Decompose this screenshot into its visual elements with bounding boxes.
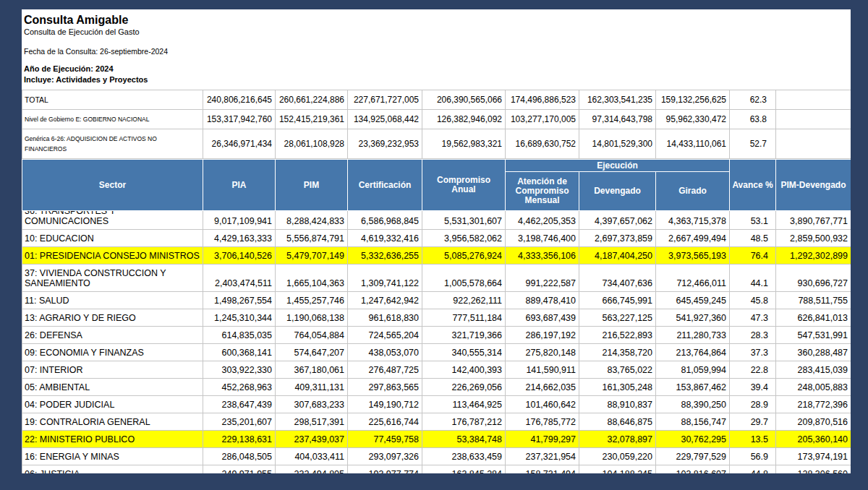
sector-value: 4,619,332,416 xyxy=(348,230,422,247)
sector-pim-devengado: 2,859,500,932 xyxy=(776,230,851,247)
sector-row[interactable]: 26: DEFENSA614,835,035764,054,884724,565… xyxy=(22,327,851,344)
sector-value: 3,973,565,193 xyxy=(656,247,730,265)
summary-value: 159,132,256,625 xyxy=(656,90,730,110)
sector-row[interactable]: 09: ECONOMIA Y FINANZAS600,368,141574,64… xyxy=(22,344,851,361)
sector-value: 307,683,233 xyxy=(276,396,348,413)
summary-value: 174,496,886,523 xyxy=(506,90,579,110)
sector-value: 4,429,163,333 xyxy=(203,230,276,247)
sector-row[interactable]: 01: PRESIDENCIA CONSEJO MINISTROS3,706,1… xyxy=(22,247,851,265)
sector-value: 4,363,715,378 xyxy=(656,211,730,230)
sector-name[interactable]: 07: INTERIOR xyxy=(22,361,203,379)
sector-name[interactable]: 36: TRANSPORTES Y COMUNICACIONES xyxy=(22,211,203,230)
sector-value: 5,556,874,791 xyxy=(276,230,348,247)
sector-value: 991,222,587 xyxy=(506,265,579,292)
sector-value: 922,262,111 xyxy=(422,292,506,309)
sector-value: 321,719,366 xyxy=(422,327,506,344)
sector-avance: 47.3 xyxy=(730,309,776,327)
sector-value: 113,464,925 xyxy=(422,396,506,413)
sector-name[interactable]: 16: ENERGIA Y MINAS xyxy=(22,448,203,465)
sector-name[interactable]: 37: VIVIENDA CONSTRUCCION Y SANEAMIENTO xyxy=(22,265,203,292)
sector-name[interactable]: 22: MINISTERIO PUBLICO xyxy=(22,431,203,448)
sector-value: 213,764,864 xyxy=(656,344,730,361)
sector-value: 724,565,204 xyxy=(348,327,422,344)
sector-row[interactable]: 19: CONTRALORIA GENERAL235,201,607298,51… xyxy=(22,413,851,431)
sector-name[interactable]: 09: ECONOMIA Y FINANZAS xyxy=(22,344,203,361)
sector-value: 712,466,011 xyxy=(656,265,730,292)
sector-value: 286,197,192 xyxy=(506,327,579,344)
sector-pim-devengado: 930,696,727 xyxy=(776,265,851,292)
sector-name[interactable]: 13: AGRARIO Y DE RIEGO xyxy=(22,309,203,327)
sector-value: 4,462,205,353 xyxy=(506,211,579,230)
sector-row[interactable]: 10: EDUCACION4,429,163,3335,556,874,7914… xyxy=(22,230,851,247)
sector-avance: 76.4 xyxy=(730,247,776,265)
sector-name[interactable]: 06: JUSTICIA xyxy=(22,465,203,474)
sector-name[interactable]: 04: PODER JUDICIAL xyxy=(22,396,203,413)
sector-value: 303,922,330 xyxy=(203,361,276,379)
summary-pim-devengado xyxy=(776,129,851,159)
summary-row: Genérica 6-26: ADQUISICION DE ACTIVOS NO… xyxy=(22,129,851,159)
summary-value: 134,925,068,442 xyxy=(348,110,422,129)
summary-row: Nivel de Gobierno E: GOBIERNO NACIONAL15… xyxy=(22,110,851,129)
sector-name[interactable]: 10: EDUCACION xyxy=(22,230,203,247)
col-header-pim-devengado: PIM-Devengado xyxy=(776,160,851,211)
sector-value: 3,198,746,400 xyxy=(506,230,579,247)
sector-pim-devengado: 547,531,991 xyxy=(776,327,851,344)
page-subtitle: Consulta de Ejecución del Gasto xyxy=(24,27,851,37)
sector-row[interactable]: 22: MINISTERIO PUBLICO229,138,631237,439… xyxy=(22,431,851,448)
include-label: Incluye: xyxy=(24,75,54,84)
col-header-devengado: Devengado xyxy=(579,172,656,211)
sector-value: 32,078,897 xyxy=(579,431,656,448)
include-line: Incluye: Actividades y Proyectos xyxy=(24,75,851,85)
sector-value: 229,138,631 xyxy=(203,431,276,448)
sector-row[interactable]: 05: AMBIENTAL452,268,963409,311,131297,8… xyxy=(22,379,851,396)
sector-value: 1,245,310,344 xyxy=(203,309,276,327)
summary-value: 162,303,541,235 xyxy=(579,90,656,110)
sector-row[interactable]: 11: SALUD1,498,267,5541,455,257,7461,247… xyxy=(22,292,851,309)
summary-value: 19,562,983,321 xyxy=(422,129,506,159)
summary-row-label: Nivel de Gobierno E: GOBIERNO NACIONAL xyxy=(22,110,203,129)
sector-avance: 13.5 xyxy=(730,431,776,448)
sector-value: 232,494,805 xyxy=(276,465,348,474)
sector-avance: 39.4 xyxy=(730,379,776,396)
sector-value: 666,745,991 xyxy=(579,292,656,309)
sector-value: 452,268,963 xyxy=(203,379,276,396)
sector-value: 276,487,725 xyxy=(348,361,422,379)
sector-row[interactable]: 07: INTERIOR303,922,330367,180,061276,48… xyxy=(22,361,851,379)
summary-table-body: TOTAL240,806,216,645260,661,224,886227,6… xyxy=(22,90,851,159)
sector-value: 3,706,140,526 xyxy=(203,247,276,265)
sector-value: 249,971,955 xyxy=(203,465,276,474)
budget-table-header: Sector PIA PIM Certificación Compromiso … xyxy=(22,159,851,211)
sector-name[interactable]: 26: DEFENSA xyxy=(22,327,203,344)
sector-row[interactable]: 13: AGRARIO Y DE RIEGO1,245,310,3441,190… xyxy=(22,309,851,327)
col-header-certificacion: Certificación xyxy=(348,160,422,211)
sector-value: 230,059,220 xyxy=(579,448,656,465)
sector-name[interactable]: 19: CONTRALORIA GENERAL xyxy=(22,413,203,431)
col-header-avance: Avance % xyxy=(730,160,776,211)
sector-value: 961,618,830 xyxy=(348,309,422,327)
sector-value: 764,054,884 xyxy=(276,327,348,344)
table-scroll-viewport[interactable]: 36: TRANSPORTES Y COMUNICACIONES9,017,10… xyxy=(22,211,851,473)
summary-value: 95,962,330,472 xyxy=(656,110,730,129)
sector-value: 275,820,148 xyxy=(506,344,579,361)
sector-value: 9,017,109,941 xyxy=(203,211,276,230)
sector-value: 340,555,314 xyxy=(422,344,506,361)
header-group-row: Sector PIA PIM Certificación Compromiso … xyxy=(22,160,851,172)
sector-value: 161,305,248 xyxy=(579,379,656,396)
summary-value: 227,671,727,005 xyxy=(348,90,422,110)
sector-row[interactable]: 36: TRANSPORTES Y COMUNICACIONES9,017,10… xyxy=(22,211,851,230)
sector-row[interactable]: 37: VIVIENDA CONSTRUCCION Y SANEAMIENTO2… xyxy=(22,265,851,292)
sector-row[interactable]: 06: JUSTICIA249,971,955232,494,805193,97… xyxy=(22,465,851,474)
summary-avance: 63.8 xyxy=(730,110,776,129)
sector-name[interactable]: 05: AMBIENTAL xyxy=(22,379,203,396)
sector-value: 158,731,494 xyxy=(506,465,579,474)
sector-value: 235,201,607 xyxy=(203,413,276,431)
summary-value: 16,689,630,752 xyxy=(506,129,579,159)
summary-value: 260,661,224,886 xyxy=(276,90,348,110)
sector-name[interactable]: 01: PRESIDENCIA CONSEJO MINISTROS xyxy=(22,247,203,265)
sector-value: 1,247,642,942 xyxy=(348,292,422,309)
sector-row[interactable]: 16: ENERGIA Y MINAS286,048,505404,033,41… xyxy=(22,448,851,465)
sector-pim-devengado: 128,306,560 xyxy=(776,465,851,474)
sector-name[interactable]: 11: SALUD xyxy=(22,292,203,309)
sector-row[interactable]: 04: PODER JUDICIAL238,647,439307,683,233… xyxy=(22,396,851,413)
summary-value: 28,061,108,928 xyxy=(276,129,348,159)
